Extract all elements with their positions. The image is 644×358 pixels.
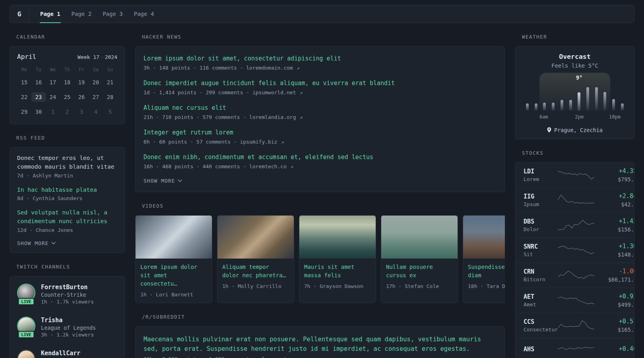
calendar-weekday-row: Mo Tu We Th Fr Sa Su	[17, 67, 117, 72]
channel-name: ForrestBurton	[41, 284, 94, 291]
calendar-week-year: Week 17·2024	[78, 54, 117, 60]
weekday-label: Sa	[89, 67, 103, 72]
hn-meta-text: 21h · 710 points · 579 comments · loreml…	[144, 114, 296, 120]
external-link-icon[interactable]: ↗	[291, 164, 293, 169]
calendar-day: 26	[74, 92, 89, 102]
show-more-label: SHOW MORE	[17, 240, 48, 246]
calendar-day: 21	[103, 78, 117, 87]
video-meta: 7h · Grayson Dawson	[304, 283, 371, 289]
tab-page-3[interactable]: Page 3	[97, 5, 128, 23]
twitch-channel-row[interactable]: LIVE ForrestBurton Counter-Strike 1h · 1…	[17, 284, 117, 305]
stock-sparkline	[558, 319, 594, 332]
hn-meta-text: 6h · 60 points · 57 comments · ipsumify.…	[144, 139, 277, 145]
hn-item-meta: 21h · 710 points · 579 comments · loreml…	[144, 114, 497, 120]
hn-item-title[interactable]: Lorem ipsum dolor sit amet, consectetur …	[144, 54, 497, 63]
reddit-post-meta: 19h · 9,932 points · 1,090 comments · lo…	[144, 356, 497, 358]
weekday-label: Th	[60, 67, 74, 72]
video-card[interactable]: Nullam posuere cursus ex 17h · Stefan Co…	[381, 215, 458, 303]
calendar-header: CALENDAR	[10, 34, 125, 40]
calendar-widget: April Week 17·2024 Mo Tu We Th Fr Sa Su …	[10, 46, 125, 124]
stock-sparkline	[558, 193, 594, 207]
channel-name: Trisha	[41, 317, 96, 324]
rss-item-meta: 12d · Chance Jones	[17, 227, 117, 233]
channel-name: KendallCarr	[41, 350, 80, 357]
rss-item-title[interactable]: Sed volutpat nulla nisl, a condimentum n…	[17, 208, 117, 226]
external-link-icon[interactable]: ↗	[300, 115, 303, 120]
calendar-day: 24	[46, 92, 60, 102]
stock-ticker: DBS	[524, 218, 558, 225]
rss-item-title[interactable]: In hac habitasse platea	[17, 186, 117, 195]
hn-item-title[interactable]: Integer eget rutrum lorem	[144, 128, 497, 137]
time-label: 2pm	[575, 114, 584, 120]
video-meta: 18h · Tara Davis	[468, 283, 505, 289]
stock-sparkline	[558, 294, 594, 307]
reddit-post-title[interactable]: Maecenas mollis pulvinar erat non posuer…	[144, 335, 497, 354]
calendar-day: 18	[60, 78, 74, 87]
external-link-icon[interactable]: ↗	[303, 356, 306, 358]
stock-price: $148.64	[594, 251, 634, 258]
video-meta: 1h · Lori Barnett	[140, 292, 207, 298]
stock-row: LDILorem +4.35%$795.18	[516, 163, 634, 187]
calendar-month: April	[17, 53, 36, 60]
stock-sparkline	[558, 168, 594, 182]
calendar-week: Week 17	[78, 54, 99, 60]
temperature-bar	[552, 103, 555, 111]
tab-page-1[interactable]: Page 1	[35, 5, 66, 23]
video-card[interactable]: Lorem ipsum dolor sit amet consectetu… 1…	[135, 215, 212, 303]
stock-ticker: AHS	[524, 346, 558, 353]
hn-item-title[interactable]: Aliquam nec cursus elit	[144, 104, 497, 112]
rss-widget: Donec tempor eros leo, ut commodo mauris…	[10, 147, 125, 253]
hn-item: Lorem ipsum dolor sit amet, consectetur …	[144, 54, 497, 71]
stock-name: Sit	[524, 251, 558, 257]
temperature-bar	[526, 103, 529, 111]
hn-item-title[interactable]: Donec enim nibh, condimentum et accumsan…	[144, 153, 497, 161]
hn-item: Integer eget rutrum lorem 6h · 60 points…	[144, 128, 497, 145]
subreddit-widget: Maecenas mollis pulvinar erat non posuer…	[135, 326, 505, 358]
hn-meta-text: 1d · 1,414 points · 299 comments · ipsum…	[144, 90, 296, 95]
external-link-icon[interactable]: ↗	[300, 90, 303, 95]
avatar: LIVE	[17, 284, 35, 302]
stock-name: Consectetur	[524, 327, 558, 333]
twitch-channel-row[interactable]: KendallCarr	[17, 350, 117, 358]
stock-row: SNRCSit +1.36%$148.64	[516, 237, 634, 263]
hn-item-title[interactable]: Donec imperdiet augue tincidunt felis al…	[144, 79, 497, 88]
avatar: LIVE	[17, 317, 35, 335]
calendar-day: 20	[89, 78, 103, 87]
rss-show-more-button[interactable]: SHOW MORE	[17, 240, 117, 246]
rss-header: RSS FEED	[10, 135, 125, 141]
app-logo[interactable]: G	[10, 5, 29, 23]
rss-item: Sed volutpat nulla nisl, a condimentum n…	[17, 208, 117, 233]
calendar-day-selected: 23	[31, 92, 46, 102]
calendar-day-next-month: 4	[89, 107, 103, 117]
stock-name: Bitcorn	[524, 276, 558, 282]
video-card[interactable]: Aliquam tempor dolor nec pharetra… 1h · …	[217, 215, 294, 303]
hn-item: Donec imperdiet augue tincidunt felis al…	[144, 79, 497, 95]
stock-sparkline	[558, 218, 594, 232]
tab-page-2[interactable]: Page 2	[66, 5, 97, 23]
stock-change: +1.42%	[594, 218, 634, 225]
video-card[interactable]: Mauris sit amet massa felis 7h · Grayson…	[299, 215, 376, 303]
top-nav: G Page 1 Page 2 Page 3 Page 4	[10, 5, 634, 23]
external-link-icon[interactable]: ↗	[297, 65, 300, 71]
calendar-day-next-month: 2	[60, 107, 74, 117]
external-link-icon[interactable]: ↗	[281, 139, 284, 145]
video-card[interactable]: Suspendisse sodales diam 18h · Tara Davi…	[463, 215, 505, 303]
hn-show-more-button[interactable]: SHOW MORE	[144, 178, 497, 184]
weather-condition: Overcast	[521, 53, 628, 60]
hackernews-widget: Lorem ipsum dolor sit amet, consectetur …	[135, 46, 505, 192]
videos-header: VIDEOS	[135, 203, 505, 209]
twitch-channel-row[interactable]: LIVE Trisha League of Legends 3h · 1.2k …	[17, 317, 117, 338]
rss-item-title[interactable]: Donec tempor eros leo, ut commodo mauris…	[17, 154, 117, 171]
stock-change: +0.51%	[594, 318, 634, 325]
chevron-down-icon	[178, 179, 182, 182]
rss-item-meta: 8d · Cynthia Saunders	[17, 195, 117, 201]
calendar-year: 2024	[105, 54, 117, 60]
video-thumbnail	[136, 216, 212, 259]
channel-category: League of Legends	[41, 325, 96, 331]
tab-page-4[interactable]: Page 4	[128, 5, 160, 23]
weekday-label: Su	[103, 67, 117, 72]
stock-change: +2.84%	[594, 193, 634, 200]
rss-item: Donec tempor eros leo, ut commodo mauris…	[17, 154, 117, 179]
temperature-bar	[543, 103, 546, 111]
weather-widget: Overcast Feels like 5°C 9° 6am 2pm 10pm …	[515, 46, 634, 139]
